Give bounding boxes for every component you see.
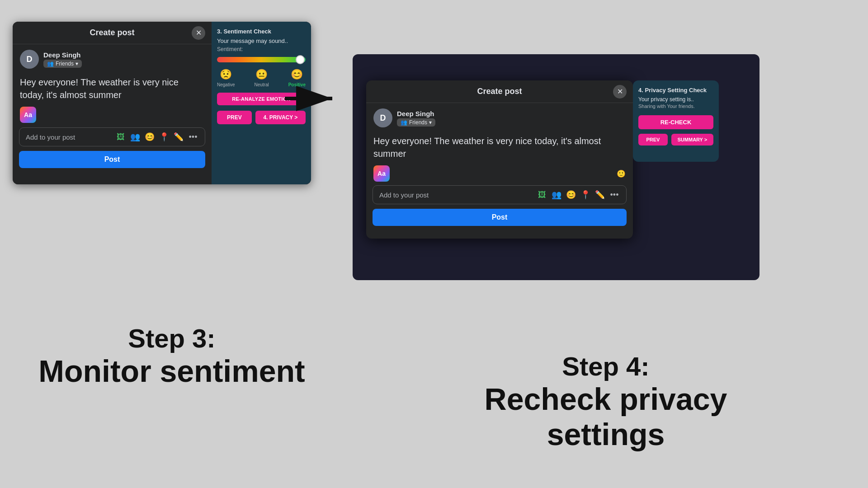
emoji-icon-3[interactable]: 😊 (144, 131, 155, 142)
left-section: Group conversa... Create post ✕ D Deep S… (0, 0, 344, 488)
user-name-3: Deep Singh (43, 51, 82, 59)
modal-header-4: Create post ✕ (366, 80, 633, 103)
close-button-4[interactable]: ✕ (613, 85, 627, 99)
post-text-3: Hey everyone! The weather is very nice t… (13, 72, 212, 107)
user-info-3: Deep Singh 👥 Friends ▾ (43, 51, 82, 68)
negative-label: Negative (217, 82, 235, 87)
modal-header-3: Create post ✕ (13, 22, 212, 44)
more-icon-4[interactable]: ••• (609, 189, 620, 200)
step4-label: Step 4: Recheck privacysettings (485, 351, 727, 452)
prev-button-3[interactable]: PREV (217, 111, 252, 124)
location-icon-3[interactable]: 📍 (159, 131, 170, 142)
right-section: Create post ✕ D Deep Singh 👥 Friends ▾ H… (344, 0, 868, 488)
negative-item: 😟 Negative (217, 69, 235, 87)
post-toolbar-3: Add to your post 🖼 👥 😊 📍 ✏️ ••• (19, 127, 205, 146)
post-button-3[interactable]: Post (19, 151, 205, 168)
modal-title-3: Create post (90, 28, 134, 38)
post-toolbar-4: Add to your post 🖼 👥 😊 📍 ✏️ ••• (373, 185, 627, 204)
neutral-label: Neutral (254, 82, 269, 87)
add-to-post-3: Add to your post (26, 133, 111, 141)
sentiment-step: 3. Sentiment Check (217, 28, 306, 35)
user-name-4: Deep Singh (397, 110, 435, 117)
user-row-3: D Deep Singh 👥 Friends ▾ (13, 44, 212, 72)
sentiment-desc: Your message may sound.. (217, 38, 306, 44)
modal-step3: Group conversa... Create post ✕ D Deep S… (13, 22, 311, 184)
pencil-icon-3[interactable]: ✏️ (173, 131, 184, 142)
positive-emoji: 😊 (291, 69, 303, 80)
photo-icon-3[interactable]: 🖼 (115, 131, 126, 142)
sentiment-bar-container: 😟 Negative 😐 Neutral 😊 Positive (217, 57, 306, 87)
friends-badge-4[interactable]: 👥 Friends ▾ (397, 118, 435, 127)
privacy-value: Sharing with Your friends. (638, 103, 713, 109)
negative-emoji: 😟 (220, 69, 232, 80)
privacy-nav: PREV SUMMARY > (638, 134, 713, 145)
tag-icon-4[interactable]: 👥 (551, 189, 562, 200)
step4-subtitle: Recheck privacysettings (485, 381, 727, 452)
emoji-smiley-4: 🙂 (617, 169, 626, 178)
toolbar-icons-4: 🖼 👥 😊 📍 ✏️ ••• (537, 189, 620, 200)
post-text-4: Hey everyone! The weather is very nice t… (366, 131, 633, 165)
arrow-container (285, 85, 339, 114)
tag-icon-3[interactable]: 👥 (130, 131, 141, 142)
neutral-emoji: 😐 (255, 69, 268, 80)
step3-label: Step 3: Monitor sentiment (38, 323, 305, 389)
font-row-4: Aa 🙂 (366, 165, 633, 185)
privacy-step: 4. Privacy Setting Check (638, 87, 713, 94)
font-icon-4: Aa (373, 165, 390, 182)
more-icon-3[interactable]: ••• (188, 131, 198, 142)
sentiment-icons-row: 😟 Negative 😐 Neutral 😊 Positive (217, 69, 306, 87)
user-info-4: Deep Singh 👥 Friends ▾ (397, 110, 435, 127)
photo-icon-4[interactable]: 🖼 (537, 189, 547, 200)
font-icon-3: Aa (20, 107, 36, 123)
create-post-panel-3: Create post ✕ D Deep Singh 👥 Friends ▾ H… (13, 22, 212, 184)
post-button-4[interactable]: Post (373, 209, 627, 226)
emoji-icon-4[interactable]: 😊 (566, 189, 576, 200)
privacy-desc: Your privacy setting is.. (638, 96, 713, 103)
privacy-panel: 4. Privacy Setting Check Your privacy se… (633, 80, 719, 162)
step3-title: Step 3: (38, 323, 305, 353)
avatar-3: D (20, 50, 39, 69)
neutral-item: 😐 Neutral (254, 69, 269, 87)
toolbar-icons-3: 🖼 👥 😊 📍 ✏️ ••• (115, 131, 198, 142)
next-button-4[interactable]: SUMMARY > (671, 134, 713, 145)
arrow-icon (285, 85, 339, 112)
pencil-icon-4[interactable]: ✏️ (594, 189, 605, 200)
positive-item: 😊 Positive (288, 69, 306, 87)
prev-button-4[interactable]: PREV (638, 134, 668, 145)
avatar-4: D (373, 108, 392, 127)
modal-step4: Create post ✕ D Deep Singh 👥 Friends ▾ H… (366, 80, 633, 239)
location-icon-4[interactable]: 📍 (580, 189, 591, 200)
add-to-post-4: Add to your post (379, 191, 532, 199)
close-button-3[interactable]: ✕ (192, 26, 205, 40)
sentiment-bar (217, 57, 306, 62)
modal-title-4: Create post (477, 87, 522, 96)
step3-subtitle: Monitor sentiment (38, 353, 305, 389)
recheck-button[interactable]: RE-CHECK (638, 115, 713, 129)
sentiment-label: Sentiment: (217, 46, 306, 52)
step4-title: Step 4: (485, 351, 727, 381)
user-row-4: D Deep Singh 👥 Friends ▾ (366, 103, 633, 131)
friends-badge-3[interactable]: 👥 Friends ▾ (43, 60, 82, 68)
sentiment-thumb (296, 55, 305, 64)
